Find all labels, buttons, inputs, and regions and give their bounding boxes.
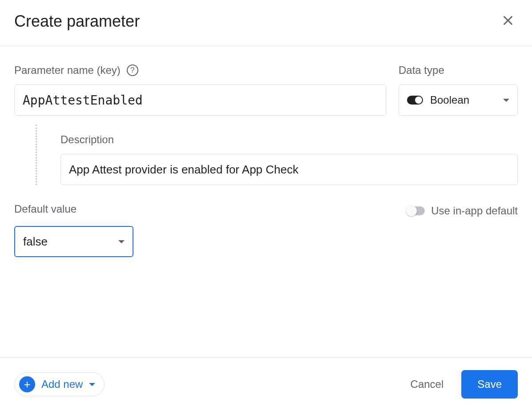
save-button[interactable]: Save <box>461 370 518 399</box>
row-default-value: Default value false Use in-app default <box>14 203 518 257</box>
default-value-selected: false <box>23 235 118 249</box>
chevron-down-icon <box>503 99 509 102</box>
inapp-default-group: Use in-app default <box>407 205 518 217</box>
inapp-default-label: Use in-app default <box>431 205 518 217</box>
default-value-select[interactable]: false <box>14 226 133 257</box>
dialog-content: Parameter name (key) ? Data type Boolean <box>0 46 532 357</box>
row-name-type: Parameter name (key) ? Data type Boolean <box>14 64 518 116</box>
inapp-default-toggle[interactable] <box>407 206 425 215</box>
chevron-down-icon <box>118 240 125 243</box>
boolean-type-icon <box>407 96 423 105</box>
description-content: Description <box>60 125 518 185</box>
add-new-label: Add new <box>41 378 83 391</box>
chevron-down-icon <box>89 383 95 386</box>
dialog-footer: + Add new Cancel Save <box>0 357 532 411</box>
dialog-header: Create parameter <box>0 0 532 46</box>
data-type-value: Boolean <box>430 94 496 106</box>
cancel-button[interactable]: Cancel <box>411 378 444 391</box>
dialog-title: Create parameter <box>14 12 140 31</box>
description-input[interactable] <box>60 154 518 185</box>
data-type-group: Data type Boolean <box>399 64 518 116</box>
close-icon <box>502 14 514 27</box>
plus-icon: + <box>19 376 35 392</box>
param-name-label-row: Parameter name (key) ? <box>14 64 386 77</box>
description-label: Description <box>60 133 518 146</box>
data-type-label: Data type <box>399 64 444 77</box>
param-name-input[interactable] <box>14 85 386 116</box>
close-button[interactable] <box>498 11 518 32</box>
param-name-label: Parameter name (key) <box>14 64 121 77</box>
data-type-select[interactable]: Boolean <box>399 85 518 116</box>
help-icon[interactable]: ? <box>127 64 138 76</box>
default-value-label: Default value <box>14 203 133 215</box>
create-parameter-dialog: Create parameter Parameter name (key) ? … <box>0 0 532 411</box>
param-name-group: Parameter name (key) ? <box>14 64 386 116</box>
add-new-button[interactable]: + Add new <box>14 372 105 396</box>
description-section: Description <box>14 125 518 185</box>
footer-actions: Cancel Save <box>411 370 518 399</box>
tree-connector <box>36 125 57 185</box>
data-type-label-row: Data type <box>399 64 518 77</box>
default-value-group: Default value false <box>14 203 133 257</box>
